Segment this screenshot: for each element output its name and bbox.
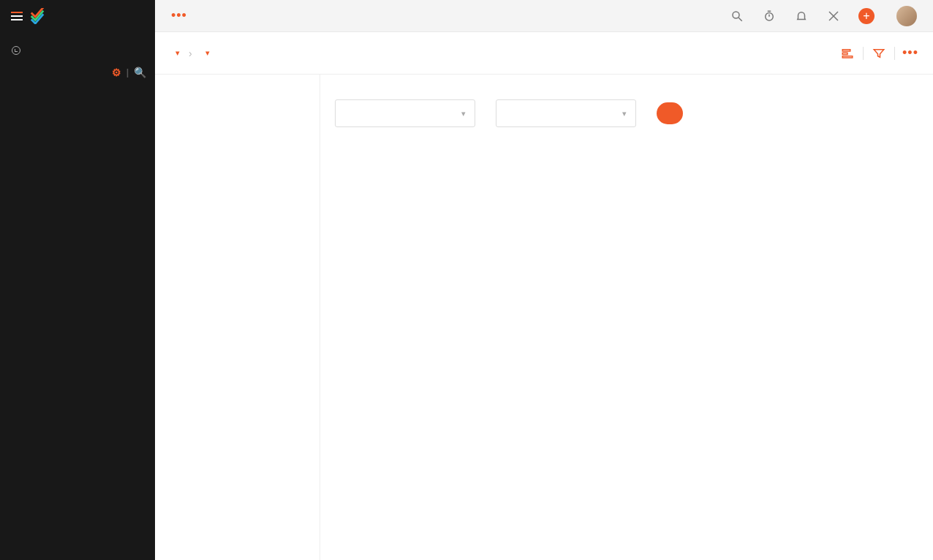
more-icon[interactable]: ••• [904, 47, 917, 60]
filter-icon[interactable] [872, 47, 885, 60]
work-overview-header[interactable] [0, 39, 155, 59]
chart [335, 142, 747, 164]
criteria2-select[interactable]: ▾ [496, 99, 636, 127]
breadcrumb-task-reports[interactable]: ▾ [171, 48, 180, 58]
menu-icon[interactable] [7, 7, 26, 26]
add-button[interactable]: + [858, 8, 875, 24]
chevron-down-icon: ▾ [461, 109, 466, 118]
svg-rect-7 [842, 49, 850, 50]
bell-icon[interactable] [794, 9, 809, 23]
svg-line-1 [739, 18, 742, 21]
chart-legend [760, 137, 914, 180]
apply-button[interactable] [657, 102, 683, 124]
avatar[interactable] [896, 6, 917, 26]
sidebar: ⚙ | 🔍 [0, 0, 155, 560]
search-icon[interactable] [730, 9, 744, 23]
criteria1-select[interactable]: ▾ [335, 99, 475, 127]
app-logo[interactable] [29, 8, 50, 24]
chart-view-icon[interactable] [841, 47, 854, 60]
chevron-right-icon: › [189, 48, 192, 59]
report-list-panel [155, 75, 320, 560]
topbar: ••• + [155, 0, 933, 32]
svg-point-0 [733, 12, 739, 18]
breadcrumb-all-tasks[interactable]: ▾ [201, 48, 210, 58]
timer-icon[interactable] [762, 9, 777, 23]
search-icon[interactable]: 🔍 [134, 67, 147, 78]
svg-rect-9 [842, 56, 853, 57]
chevron-down-icon: ▾ [622, 109, 627, 118]
svg-rect-8 [842, 53, 847, 54]
tools-icon[interactable] [826, 9, 841, 23]
settings-icon[interactable]: ⚙ [112, 67, 122, 78]
topnav-more-icon[interactable]: ••• [171, 8, 187, 23]
